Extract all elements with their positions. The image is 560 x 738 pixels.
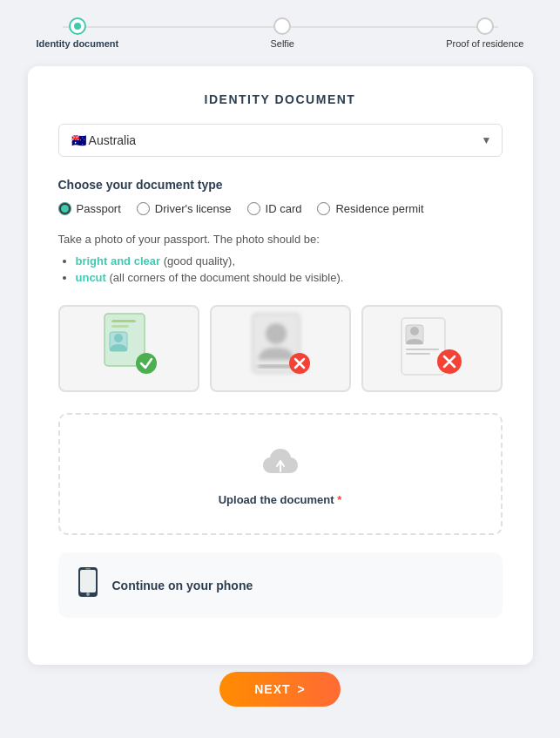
country-select[interactable]: 🇦🇺 Australia 🇺🇸 United States 🇬🇧 United …	[58, 124, 503, 157]
instruction-highlight-2: uncut	[76, 271, 106, 284]
next-button-wrapper: NEXT >	[219, 672, 341, 707]
phone-icon	[76, 566, 100, 604]
step-circle-proof	[476, 17, 494, 35]
example-cut-illustration	[397, 309, 467, 388]
svg-point-7	[266, 323, 287, 344]
progress-steps: Identity document Selfie Proof of reside…	[37, 17, 524, 49]
instruction-item-2: uncut (all corners of the document shoul…	[76, 271, 503, 284]
radio-id-card[interactable]	[247, 202, 260, 215]
svg-point-5	[136, 353, 157, 374]
phone-option[interactable]: Continue on your phone	[58, 552, 503, 618]
upload-required-marker: *	[334, 493, 342, 506]
step-proof: Proof of residence	[446, 17, 523, 49]
card-title: IDENTITY DOCUMENT	[58, 92, 503, 106]
option-id-card-label: ID card	[266, 202, 302, 215]
step-label-selfie: Selfie	[270, 38, 294, 49]
document-type-label: Choose your document type	[58, 178, 503, 192]
instruction-highlight-1: bright and clear	[76, 254, 161, 267]
example-blurry-illustration	[246, 309, 315, 388]
example-cut	[361, 305, 503, 392]
upload-area[interactable]: Upload the document *	[58, 413, 503, 535]
option-passport[interactable]: Passport	[58, 202, 121, 215]
upload-label-text: Upload the document	[219, 493, 334, 506]
radio-residence-permit[interactable]	[317, 202, 330, 215]
svg-point-19	[86, 592, 90, 596]
next-arrow-icon: >	[298, 682, 306, 696]
step-label-proof: Proof of residence	[446, 38, 523, 49]
document-type-radio-group: Passport Driver's license ID card Reside…	[58, 202, 503, 215]
image-examples	[58, 305, 503, 392]
step-label-identity: Identity document	[37, 38, 119, 49]
example-good	[58, 305, 199, 392]
country-selector-wrapper: 🇦🇺 Australia 🇺🇸 United States 🇬🇧 United …	[58, 124, 503, 157]
svg-point-13	[410, 327, 419, 335]
radio-passport[interactable]	[58, 202, 71, 215]
phone-option-label: Continue on your phone	[112, 579, 253, 592]
instruction-item-1: bright and clear (good quality),	[76, 254, 503, 267]
svg-rect-1	[111, 320, 136, 322]
instruction-normal-1: (good quality),	[164, 254, 235, 267]
progress-bar: Identity document Selfie Proof of reside…	[28, 17, 533, 49]
svg-rect-18	[80, 570, 96, 592]
svg-rect-2	[111, 325, 129, 328]
radio-drivers-license[interactable]	[137, 202, 150, 215]
main-card: IDENTITY DOCUMENT 🇦🇺 Australia 🇺🇸 United…	[28, 66, 533, 665]
option-id-card[interactable]: ID card	[247, 202, 302, 215]
step-circle-selfie	[273, 17, 291, 35]
upload-cloud-icon	[260, 442, 301, 484]
option-residence-permit-label: Residence permit	[335, 202, 423, 215]
step-identity: Identity document	[37, 17, 119, 49]
option-drivers-license[interactable]: Driver's license	[137, 202, 232, 215]
svg-rect-20	[85, 568, 91, 570]
option-drivers-license-label: Driver's license	[155, 202, 232, 215]
upload-label: Upload the document *	[219, 493, 342, 506]
step-selfie: Selfie	[270, 17, 294, 49]
instruction-list: bright and clear (good quality), uncut (…	[58, 254, 503, 284]
svg-rect-15	[406, 353, 430, 355]
svg-rect-14	[406, 349, 439, 350]
instructions-intro: Take a photo of your passport. The photo…	[58, 233, 503, 246]
example-blurry	[210, 305, 351, 392]
svg-rect-8	[258, 365, 293, 368]
instruction-normal-2: (all corners of the document should be v…	[110, 271, 344, 284]
next-button-label: NEXT	[254, 682, 290, 696]
step-circle-identity	[69, 17, 86, 35]
svg-point-4	[114, 334, 123, 342]
option-residence-permit[interactable]: Residence permit	[317, 202, 423, 215]
next-button[interactable]: NEXT >	[219, 672, 341, 707]
option-passport-label: Passport	[77, 202, 121, 215]
example-good-illustration	[94, 309, 164, 388]
